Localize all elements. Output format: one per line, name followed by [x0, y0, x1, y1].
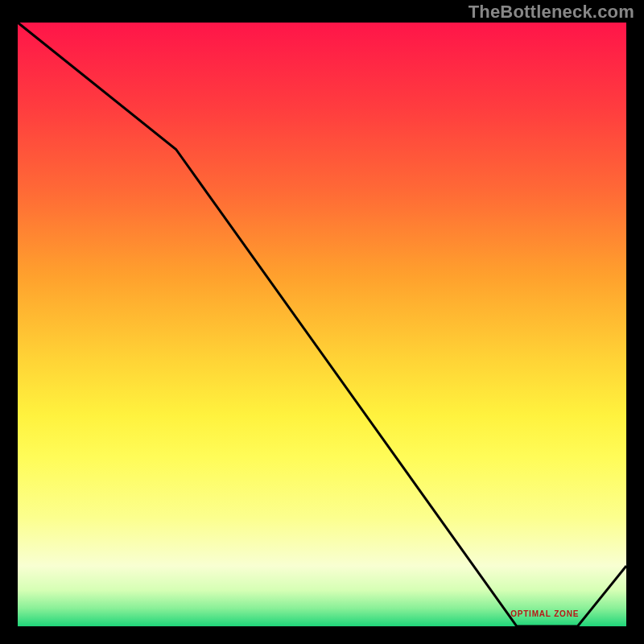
- watermark-text: TheBottleneck.com: [469, 2, 634, 23]
- plot-area: OPTIMAL ZONE: [18, 23, 626, 626]
- bottleneck-line: [18, 23, 626, 626]
- optimal-zone-label: OPTIMAL ZONE: [510, 609, 579, 618]
- chart-svg: [18, 23, 626, 626]
- chart-container: TheBottleneck.com OPTIMAL ZONE: [0, 0, 644, 644]
